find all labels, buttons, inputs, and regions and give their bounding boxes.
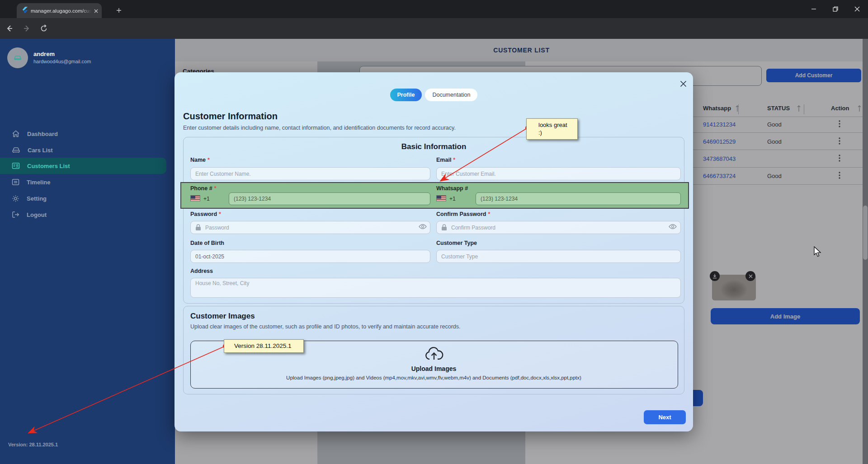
window-minimize-button[interactable] xyxy=(803,0,825,18)
email-input[interactable] xyxy=(436,167,681,180)
customer-modal: Profile Documentation Customer Informati… xyxy=(175,72,693,431)
dob-label: Date of Birth xyxy=(190,240,224,246)
whatsapp-label: Whatsapp # xyxy=(436,185,468,192)
upload-hint: Upload Images (png,jpeg,jpg) and Videos … xyxy=(175,375,693,380)
sidebar-item-timeline[interactable]: Timeline xyxy=(0,174,168,190)
user-name: andrem xyxy=(33,51,55,57)
modal-heading: Customer Information xyxy=(183,111,278,122)
modal-close-button[interactable] xyxy=(677,78,689,89)
user-email: hardwood4us@gmail.com xyxy=(33,59,91,64)
tab-profile[interactable]: Profile xyxy=(390,89,422,101)
avatar[interactable] xyxy=(7,47,28,68)
car-avatar-icon xyxy=(13,55,22,61)
required-asterisk: * xyxy=(214,185,217,192)
gear-icon xyxy=(12,195,19,202)
sidebar-item-label: Dashboard xyxy=(27,131,58,137)
browser-toolbar: manager.alugago.com/customers/list Incog… xyxy=(0,18,868,39)
customer-images-title: Customer Images xyxy=(190,312,255,321)
sidebar: andrem hardwood4us@gmail.com Dashboard C… xyxy=(0,39,175,464)
sidebar-item-customers-list[interactable]: Customers List xyxy=(0,158,166,174)
us-flag-icon[interactable] xyxy=(436,195,446,202)
confirm-password-label: Confirm Password* xyxy=(436,211,490,217)
logout-icon xyxy=(12,211,19,218)
forward-button[interactable] xyxy=(19,21,34,36)
close-icon xyxy=(680,80,687,87)
sidebar-item-label: Cars List xyxy=(28,147,53,154)
sidebar-item-cars-list[interactable]: Cars List xyxy=(0,142,168,158)
favicon-flutter-icon xyxy=(21,6,28,15)
name-label: Name* xyxy=(190,157,210,163)
address-input[interactable] xyxy=(190,278,681,298)
us-flag-icon[interactable] xyxy=(190,195,200,202)
annotation-note-looks-great: looks great :) xyxy=(526,118,578,140)
sidebar-item-label: Customers List xyxy=(27,163,70,169)
upload-title: Upload Images xyxy=(175,365,693,372)
customer-badge-icon xyxy=(12,162,20,169)
customer-images-subtitle: Upload clear images of the customer, suc… xyxy=(190,323,461,330)
name-input[interactable] xyxy=(190,167,430,180)
phone-input[interactable] xyxy=(229,192,430,205)
modal-subheading: Enter customer details including name, c… xyxy=(183,125,456,131)
required-asterisk: * xyxy=(453,157,455,163)
address-label: Address xyxy=(190,268,213,274)
confirm-password-input[interactable] xyxy=(436,221,681,234)
dob-input[interactable] xyxy=(190,250,430,263)
new-tab-button[interactable] xyxy=(113,5,125,16)
window-close-button[interactable] xyxy=(846,0,868,18)
email-label: Email* xyxy=(436,157,455,163)
modal-tabs: Profile Documentation xyxy=(175,89,693,101)
required-asterisk: * xyxy=(219,211,221,217)
next-button[interactable]: Next xyxy=(644,410,686,424)
sidebar-item-label: Setting xyxy=(27,195,47,202)
browser-tab-strip: manager.alugago.com/custome xyxy=(0,0,868,18)
customer-type-label: Customer Type xyxy=(436,240,477,246)
sidebar-item-label: Timeline xyxy=(27,179,51,186)
tab-close-icon[interactable] xyxy=(94,7,98,15)
sidebar-item-setting[interactable]: Setting xyxy=(0,190,168,206)
window-restore-button[interactable] xyxy=(825,0,846,18)
sidebar-item-dashboard[interactable]: Dashboard xyxy=(0,126,168,142)
whatsapp-dial-code[interactable]: +1 xyxy=(449,196,456,202)
browser-tab[interactable]: manager.alugago.com/custome xyxy=(17,3,102,18)
phone-label: Phone #* xyxy=(190,185,217,192)
cloud-upload-icon xyxy=(425,347,443,361)
window-controls xyxy=(803,0,868,18)
tab-documentation[interactable]: Documentation xyxy=(425,89,477,101)
home-icon xyxy=(12,130,20,138)
customer-type-input[interactable] xyxy=(436,250,681,263)
basic-information-title: Basic Information xyxy=(175,142,693,151)
required-asterisk: * xyxy=(488,211,490,217)
phone-dial-code[interactable]: +1 xyxy=(203,196,210,202)
password-label: Password* xyxy=(190,211,221,217)
back-button[interactable] xyxy=(2,21,17,36)
sidebar-item-label: Logout xyxy=(27,211,47,218)
password-input[interactable] xyxy=(190,221,430,234)
annotation-note-version: Version 28.11.2025.1 xyxy=(224,339,304,353)
whatsapp-input[interactable] xyxy=(476,192,681,205)
tab-title: manager.alugago.com/custome xyxy=(31,8,91,14)
timeline-icon xyxy=(12,178,19,186)
reload-button[interactable] xyxy=(36,21,52,36)
sidebar-item-logout[interactable]: Logout xyxy=(0,206,168,223)
required-asterisk: * xyxy=(208,157,210,163)
sidebar-version-text: Version: 28.11.2025.1 xyxy=(8,442,58,447)
car-icon xyxy=(12,146,20,154)
